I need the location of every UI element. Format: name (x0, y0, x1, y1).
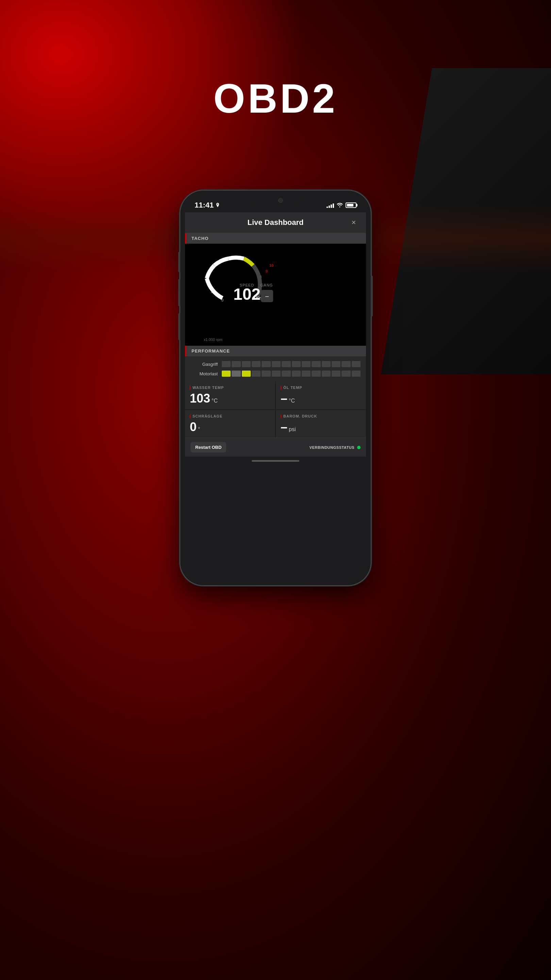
close-button[interactable]: × (348, 217, 359, 228)
motorlast-row: Motorlast (191, 371, 360, 377)
nav-bar: Live Dashboard × (185, 212, 366, 233)
oel-temp-label: ÖL TEMP (281, 385, 361, 390)
phone-button-mute (178, 252, 180, 272)
performance-content: Gasgriff (185, 356, 366, 382)
oel-temp-card: ÖL TEMP –°C (276, 382, 366, 409)
home-indicator (185, 457, 366, 467)
schraglage-label: SCHRÄGLAGE (190, 414, 270, 418)
gasgriff-row: Gasgriff (191, 361, 360, 367)
rpm-gauge-svg: 0 1 2 3 4 5 6 7 8 9 10 (195, 254, 273, 315)
oel-temp-value: –°C (281, 392, 361, 405)
motorlast-bars (222, 371, 360, 377)
app-content: TACHO 0 1 2 3 4 5 (185, 233, 366, 457)
stats-grid: WASSER TEMP 103°C ÖL TEMP –°C (185, 382, 366, 438)
svg-text:GANG: GANG (260, 283, 273, 287)
schraglage-value: 0° (190, 420, 270, 434)
phone-screen: 11:41 (185, 195, 366, 581)
barom-druck-label: BAROM. DRUCK (281, 414, 361, 418)
motorlast-label: Motorlast (191, 371, 218, 376)
restart-obd-button[interactable]: Restart OBD (191, 442, 226, 453)
nav-title: Live Dashboard (247, 218, 303, 227)
svg-text:9: 9 (266, 269, 268, 273)
gasgriff-bars (222, 361, 360, 367)
performance-section: Gasgriff (185, 356, 366, 382)
wasser-temp-card: WASSER TEMP 103°C (185, 382, 275, 409)
tacho-section: 0 1 2 3 4 5 6 7 8 9 10 (185, 243, 366, 346)
tacho-section-label: TACHO (185, 233, 366, 243)
connection-dot (357, 446, 360, 449)
location-icon (216, 203, 220, 208)
wifi-icon (337, 203, 343, 208)
camera-dot (278, 198, 283, 203)
performance-section-label: PERFORMANCE (185, 346, 366, 356)
phone-button-vol-down (178, 313, 180, 340)
phone-button-vol-up (178, 279, 180, 306)
svg-text:–: – (265, 293, 269, 299)
phone-frame: 11:41 (180, 191, 371, 585)
phone-mockup: 11:41 (180, 191, 371, 585)
tacho-gauge-area: 0 1 2 3 4 5 6 7 8 9 10 (185, 243, 366, 346)
barom-druck-card: BAROM. DRUCK –psi (276, 410, 366, 438)
signal-icon (327, 202, 334, 208)
schraglage-card: SCHRÄGLAGE 0° (185, 410, 275, 438)
wasser-temp-value: 103°C (190, 392, 270, 405)
wasser-temp-label: WASSER TEMP (190, 385, 270, 390)
gasgriff-label: Gasgriff (191, 362, 218, 367)
svg-text:10: 10 (269, 263, 273, 267)
phone-button-power (371, 275, 373, 317)
rpm-arc-area: 0 1 2 3 4 5 6 7 8 9 10 (195, 254, 273, 315)
app-title: OBD2 (0, 75, 551, 122)
status-time: 11:41 (195, 201, 220, 210)
status-icons (327, 202, 356, 208)
connection-status: VERBINDUNGSSTATUS (310, 445, 360, 450)
battery-icon (346, 202, 356, 208)
barom-druck-value: –psi (281, 420, 361, 434)
bottom-bar: Restart OBD VERBINDUNGSSTATUS (185, 438, 366, 457)
phone-notch (250, 195, 301, 205)
home-bar (252, 460, 299, 462)
rpm-label: x1.000 rpm (204, 337, 222, 342)
